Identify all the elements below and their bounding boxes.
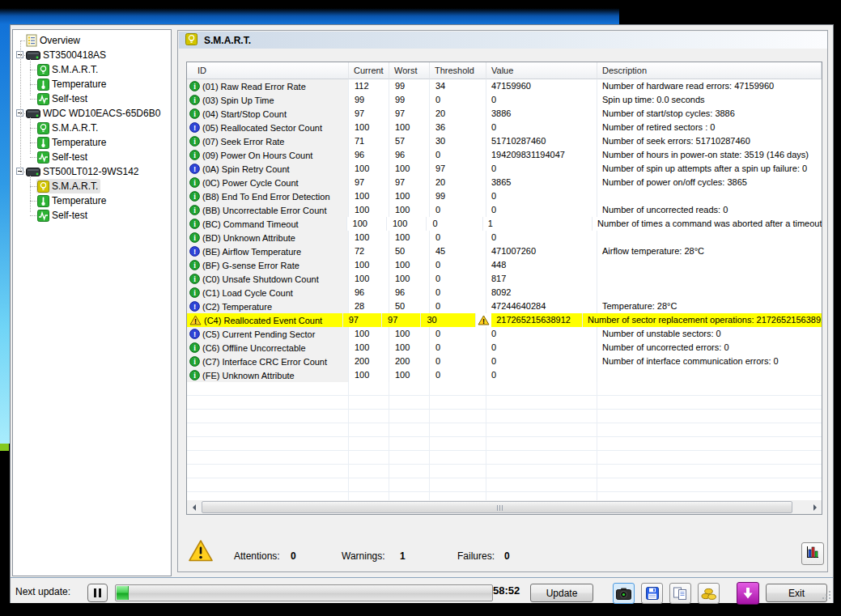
tree-item-self-test[interactable]: Self-test (13, 208, 171, 223)
tree-item-label: S.M.A.R.T. (52, 179, 98, 193)
attribute-description: Number of unstable sectors: 0 (597, 327, 822, 341)
threshold-value: 0 (430, 300, 486, 313)
column-header-description[interactable]: Description (597, 62, 822, 79)
raw-value: 0 (486, 368, 597, 382)
tree-item-temperature[interactable]: Temperature (13, 77, 171, 91)
tree-node[interactable]: Temperature (36, 193, 108, 208)
column-header-threshold[interactable]: Threshold (430, 62, 486, 79)
raw-value: 51710287460 (486, 134, 597, 148)
tree-item-wdc-wd10eacs-65d6b0[interactable]: WDC WD10EACS-65D6B0 (13, 106, 171, 121)
tree-item-s-m-a-r-t-[interactable]: S.M.A.R.T. (13, 121, 171, 135)
table-row[interactable]: !(C4) Reallocated Event Count979730!2172… (187, 313, 822, 327)
svg-text:i: i (193, 151, 196, 159)
table-row[interactable]: !(C2) Temperature2850047244640284Tempera… (187, 300, 822, 313)
current-value: 200 (349, 355, 389, 368)
tree-item-temperature[interactable]: Temperature (13, 193, 171, 208)
tree-node[interactable]: ST3500418AS (25, 48, 108, 62)
threshold-value: 0 (430, 258, 486, 272)
table-row[interactable]: i(0C) Power Cycle Count9797203865Number … (187, 176, 822, 189)
tree-node[interactable]: ST500LT012-9WS142 (25, 164, 142, 179)
tree-node[interactable]: Overview (25, 33, 83, 48)
tree-item-label: Self-test (52, 150, 87, 164)
table-row[interactable]: i(BB) Uncorrectable Error Count10010000N… (187, 203, 822, 217)
tree-node[interactable]: S.M.A.R.T. (36, 179, 100, 193)
tree-node[interactable]: S.M.A.R.T. (36, 121, 100, 135)
threshold-value: 34 (430, 79, 486, 93)
column-header-current[interactable]: Current (349, 62, 389, 79)
tree-node[interactable]: Temperature (36, 77, 108, 91)
table-row[interactable]: !(BE) Airflow Temperature725045471007260… (187, 244, 822, 258)
table-row[interactable]: i(B8) End To End Error Detection10010099… (187, 189, 822, 203)
tree-item-s-m-a-r-t-[interactable]: S.M.A.R.T. (13, 179, 171, 193)
status-bar: Next update: 58:52 Update Exit (11, 577, 833, 603)
table-row[interactable]: !(0A) Spin Retry Count100100970Number of… (187, 162, 822, 176)
tree-item-s-m-a-r-t-[interactable]: S.M.A.R.T. (13, 62, 171, 77)
countdown-timer: 58:52 (493, 584, 520, 597)
tree-node[interactable]: Self-test (36, 91, 90, 106)
tree-node[interactable]: Self-test (36, 208, 90, 223)
tree-item-overview[interactable]: Overview (13, 33, 171, 48)
update-button[interactable]: Update (530, 584, 593, 602)
horizontal-scrollbar[interactable] (187, 500, 822, 514)
chart-button[interactable] (801, 542, 824, 565)
copy-button[interactable] (669, 583, 691, 604)
bulb-green-icon (37, 64, 49, 76)
attribute-description: Number of times a command was aborted af… (593, 217, 822, 231)
info-icon: i (189, 274, 200, 284)
pause-button[interactable] (87, 584, 108, 602)
info-icon: i (189, 136, 200, 147)
raw-value: 0 (486, 355, 597, 368)
alert-icon: ! (189, 329, 200, 339)
table-row[interactable]: i(07) Seek Error Rate71573051710287460Nu… (187, 134, 822, 148)
scroll-right-button[interactable] (808, 500, 822, 514)
table-row[interactable]: i(BC) Command Timeout10010001Number of t… (187, 217, 822, 231)
tree-item-st3500418as[interactable]: ST3500418AS (13, 48, 171, 62)
threshold-value: 99 (430, 189, 486, 203)
tree-connector (30, 59, 31, 96)
table-row[interactable]: i(01) Raw Read Error Rate112993447159960… (187, 79, 822, 93)
current-value: 97 (349, 107, 389, 121)
worst-value: 100 (389, 258, 430, 272)
download-button[interactable] (737, 582, 759, 605)
donate-button[interactable] (698, 583, 720, 604)
worst-value: 100 (389, 368, 430, 382)
table-row[interactable]: i(04) Start/Stop Count9797203886Number o… (187, 107, 822, 121)
current-value: 100 (349, 231, 389, 244)
scroll-left-button[interactable] (187, 500, 201, 514)
tree-node[interactable]: Temperature (36, 135, 108, 150)
tree-item-st500lt012-9ws142[interactable]: ST500LT012-9WS142 (13, 164, 171, 179)
table-row[interactable]: i(C1) Load Cycle Count969608092 (187, 286, 822, 300)
worst-value: 50 (389, 300, 430, 313)
table-row[interactable]: i(09) Power On Hours Count96960194209831… (187, 148, 822, 162)
table-row[interactable]: i(03) Spin Up Time999900Spin up time: 0.… (187, 93, 822, 107)
tree-item-temperature[interactable]: Temperature (13, 135, 171, 150)
column-header-id[interactable]: ID (187, 62, 349, 79)
tree-node[interactable]: WDC WD10EACS-65D6B0 (25, 106, 163, 121)
scrollbar-thumb[interactable] (202, 501, 792, 513)
tree-node[interactable]: Self-test (36, 150, 90, 164)
column-header-worst[interactable]: Worst (389, 62, 430, 79)
table-row[interactable]: !(C5) Current Pending Sector10010000Numb… (187, 327, 822, 341)
screenshot-button[interactable] (613, 583, 635, 604)
warnings-label: Warnings: (342, 550, 385, 562)
attribute-description: Airflow temperature: 28°C (597, 244, 822, 258)
table-row[interactable]: i(C0) Unsafe Shutdown Count1001000817 (187, 272, 822, 286)
attribute-id-label: (FE) Unknown Attribute (202, 369, 295, 382)
table-row[interactable]: !(05) Reallocated Sector Count100100360N… (187, 121, 822, 134)
tree-item-self-test[interactable]: Self-test (13, 91, 171, 106)
table-row[interactable]: i(FE) Unknown Attribute10010000 (187, 368, 822, 382)
table-row[interactable]: i(C7) Interface CRC Error Count20020000N… (187, 355, 822, 368)
attribute-id-label: (C0) Unsafe Shutdown Count (202, 273, 319, 286)
table-row[interactable]: i(BD) Unknown Attribute10010000 (187, 231, 822, 244)
table-row[interactable]: i(C6) Offline Uncorrectable10010000Numbe… (187, 341, 822, 355)
tree-item-self-test[interactable]: Self-test (13, 150, 171, 164)
table-row[interactable]: i(BF) G-sense Error Rate1001000448 (187, 258, 822, 272)
attribute-id-label: (BC) Command Timeout (202, 218, 299, 231)
tree-node[interactable]: S.M.A.R.T. (36, 62, 100, 77)
resize-grip[interactable] (822, 588, 831, 602)
svg-text:!: ! (193, 164, 196, 173)
exit-button[interactable]: Exit (766, 584, 827, 602)
save-button[interactable] (641, 583, 663, 604)
attribute-id-label: (01) Raw Read Error Rate (202, 80, 306, 93)
column-header-value[interactable]: Value (486, 62, 597, 79)
